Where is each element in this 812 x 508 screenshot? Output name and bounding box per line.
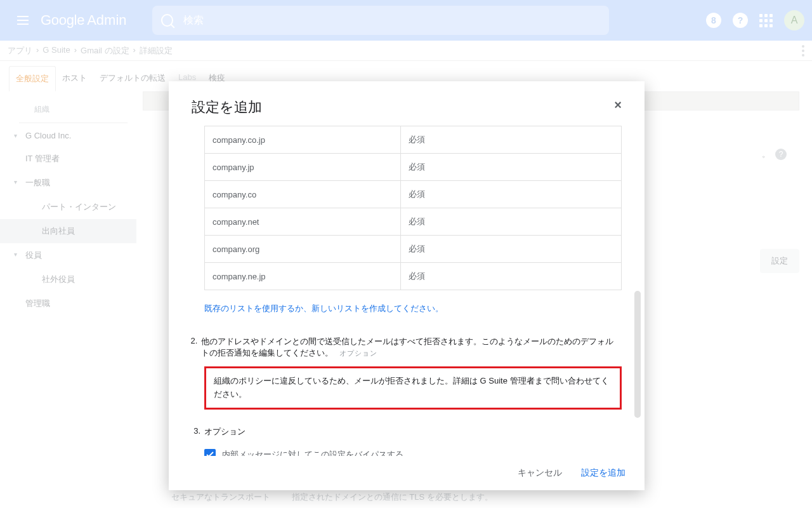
modal-scrollbar[interactable]: [634, 291, 641, 418]
cancel-button[interactable]: キャンセル: [518, 467, 562, 479]
add-setting-modal: 設定を追加 × company.co.jp必須company.jp必須compa…: [169, 81, 645, 490]
status-cell: 必須: [400, 263, 621, 290]
use-existing-list-link[interactable]: 既存のリストを使用するか、新しいリストを作成してください。: [204, 290, 622, 331]
close-icon[interactable]: ×: [614, 98, 622, 117]
rejection-message-input[interactable]: 組織のポリシーに違反しているため、メールが拒否されました。詳細は G Suite…: [204, 366, 622, 410]
step-2-text: 他のアドレスやドメインとの間で送受信したメールはすべて拒否されます。このようなメ…: [201, 337, 613, 358]
domain-cell: company.org: [205, 236, 401, 263]
domain-cell: company.ne.jp: [205, 263, 401, 290]
status-cell: 必須: [400, 236, 621, 263]
table-row[interactable]: company.net必須: [205, 208, 622, 236]
bypass-internal-label: 内部メッセージに対してこの設定をバイパスする。: [222, 449, 412, 456]
domain-cell: company.net: [205, 208, 401, 236]
table-row[interactable]: company.co.jp必須: [205, 126, 622, 154]
domain-cell: company.jp: [205, 154, 401, 181]
step-3: 3. オプション: [204, 426, 622, 438]
domain-cell: company.co: [205, 181, 401, 208]
table-row[interactable]: company.ne.jp必須: [205, 263, 622, 290]
step-2-optional: オプション: [339, 349, 377, 357]
modal-title: 設定を追加: [192, 98, 262, 117]
status-cell: 必須: [400, 154, 621, 181]
status-cell: 必須: [400, 126, 621, 154]
add-setting-button[interactable]: 設定を追加: [581, 467, 625, 479]
step-2: 2. 他のアドレスやドメインとの間で送受信したメールはすべて拒否されます。このよ…: [204, 336, 622, 359]
checkbox-checked-icon[interactable]: [204, 449, 216, 456]
bypass-internal-option[interactable]: 内部メッセージに対してこの設定をバイパスする。: [204, 449, 622, 456]
table-row[interactable]: company.co必須: [205, 181, 622, 208]
modal-footer: キャンセル 設定を追加: [169, 456, 645, 490]
domain-table: company.co.jp必須company.jp必須company.co必須c…: [204, 126, 622, 290]
table-row[interactable]: company.jp必須: [205, 154, 622, 181]
step-3-text: オプション: [204, 426, 246, 438]
status-cell: 必須: [400, 208, 621, 236]
domain-cell: company.co.jp: [205, 126, 401, 154]
status-cell: 必須: [400, 181, 621, 208]
table-row[interactable]: company.org必須: [205, 236, 622, 263]
